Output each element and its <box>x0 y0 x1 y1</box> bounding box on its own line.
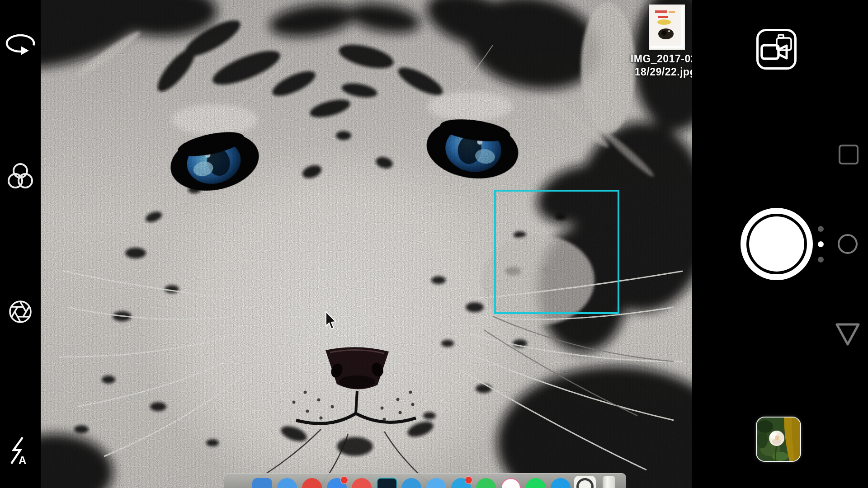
file-name-line1: IMG_2017-02- <box>620 52 692 66</box>
dock-icon-red-app <box>302 478 322 488</box>
video-camera-icon <box>762 45 787 59</box>
rotate-arrow-ellipse-icon <box>0 26 41 62</box>
flash-mode-letter: A <box>19 454 26 466</box>
camera-app-screen: IMG_2017-02- 18/29/22.jpg <box>0 0 868 488</box>
dock-icon-green-call <box>476 478 496 488</box>
switch-camera-button[interactable] <box>0 26 41 62</box>
aspect-square-button[interactable] <box>839 145 859 164</box>
dock-icon-adobe <box>377 478 397 488</box>
dock-icon-blue-app-2 <box>401 478 421 488</box>
dock-icon-spotify <box>526 478 546 488</box>
mode-dot-1[interactable] <box>818 226 824 232</box>
dock-icon-red-pink-app <box>352 478 372 488</box>
left-control-bar: A <box>0 0 41 488</box>
rose-photo-thumbnail <box>757 418 800 461</box>
aperture-button[interactable] <box>0 291 41 332</box>
secondary-circle-button[interactable] <box>838 234 858 254</box>
mode-dot-3[interactable] <box>818 257 824 263</box>
video-mode-button[interactable] <box>756 28 797 70</box>
dock-icon-twitter <box>426 478 446 488</box>
triangle-down-icon <box>837 324 859 344</box>
badge <box>465 476 472 484</box>
flash-auto-button[interactable]: A <box>0 433 41 474</box>
dock-icon-mail <box>327 478 347 488</box>
gallery-thumbnail-button[interactable] <box>756 417 801 462</box>
dock-icon-music <box>501 478 521 488</box>
dock-icon-telegram <box>451 478 471 488</box>
desktop-file-thumbnail <box>649 5 685 50</box>
shutter-button-inner[interactable] <box>749 216 804 272</box>
lightning-bolt-icon: A <box>0 433 41 474</box>
three-overlapping-circles-icon <box>0 158 41 199</box>
dock-trash-icon <box>603 476 615 488</box>
desktop-file-name: IMG_2017-02- 18/29/22.jpg <box>620 52 692 79</box>
dock-icon-finder <box>252 478 272 488</box>
dock-icon-steering-wheel <box>574 476 596 488</box>
mode-dot-2-active[interactable] <box>818 241 824 247</box>
aperture-blades-icon <box>0 291 41 332</box>
mac-dock <box>224 473 626 488</box>
camera-preview[interactable]: IMG_2017-02- 18/29/22.jpg <box>41 0 692 488</box>
file-name-line2: 18/29/22.jpg <box>620 66 692 79</box>
right-control-bar <box>692 0 868 488</box>
file-preview-image <box>651 6 681 46</box>
badge <box>340 476 348 484</box>
arrow-cursor <box>325 311 338 331</box>
focus-rectangle <box>494 190 619 314</box>
dock-icon-app-store <box>551 478 571 488</box>
collapse-controls-button[interactable] <box>832 322 863 347</box>
dock-icon-blue-app <box>277 478 297 488</box>
color-filter-button[interactable] <box>0 158 41 199</box>
